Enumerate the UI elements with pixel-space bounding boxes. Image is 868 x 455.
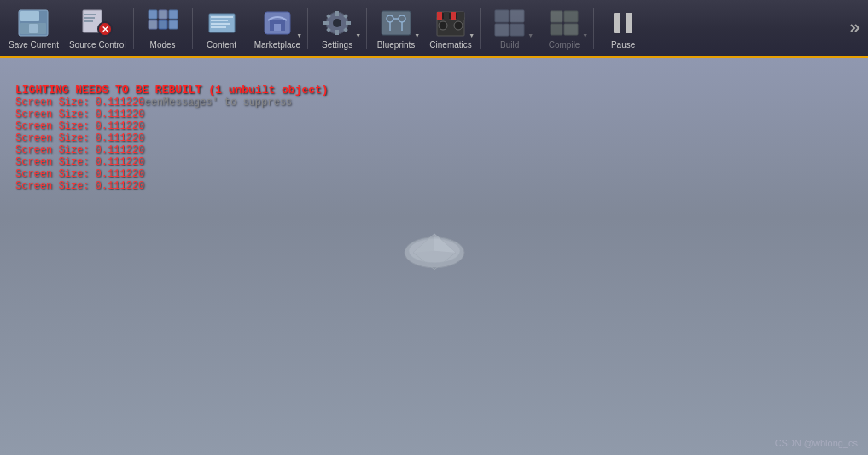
cinematics-button[interactable]: Cinematics	[423, 1, 478, 55]
content-button[interactable]: Content	[195, 1, 249, 55]
blueprints-label: Blueprints	[377, 40, 415, 50]
settings-button[interactable]: Settings	[310, 1, 364, 55]
svg-rect-3	[29, 24, 38, 33]
svg-rect-57	[626, 13, 632, 33]
cinematics-label: Cinematics	[429, 40, 471, 50]
svg-rect-27	[335, 30, 339, 35]
svg-rect-55	[564, 24, 578, 35]
sep-3	[307, 8, 308, 49]
svg-rect-42	[437, 12, 442, 20]
sep-2	[192, 8, 193, 49]
svg-rect-28	[323, 21, 329, 25]
blueprints-icon	[379, 8, 413, 38]
save-current-button[interactable]: Save Current	[3, 1, 64, 55]
settings-label: Settings	[322, 40, 352, 50]
svg-rect-56	[614, 13, 620, 33]
svg-rect-5	[84, 14, 96, 15]
svg-rect-18	[211, 20, 228, 21]
sep-4	[366, 8, 367, 49]
svg-rect-43	[444, 12, 449, 20]
viewport[interactable]: LIGHTING NEEDS TO BE REBUILT (1 unbuilt …	[0, 58, 868, 455]
pause-button[interactable]: Pause	[596, 1, 650, 55]
pause-icon	[606, 8, 640, 38]
svg-rect-29	[346, 21, 351, 25]
svg-rect-12	[169, 10, 178, 19]
content-icon	[205, 8, 239, 38]
svg-rect-48	[495, 10, 509, 22]
svg-rect-23	[274, 24, 281, 31]
screen-size-7: Screen Size: 0.111220	[15, 180, 329, 192]
more-toolbar-items-button[interactable]	[844, 1, 865, 55]
build-label: Build	[500, 40, 519, 50]
svg-point-25	[333, 19, 341, 27]
svg-rect-26	[335, 11, 339, 16]
lighting-warning: LIGHTING NEEDS TO BE REBUILT (1 unbuilt …	[15, 84, 329, 96]
svg-rect-49	[510, 10, 524, 22]
source-control-icon: ✕	[80, 8, 114, 38]
svg-rect-54	[551, 24, 562, 35]
save-icon	[16, 8, 50, 38]
modes-icon	[146, 8, 180, 38]
svg-rect-51	[510, 24, 524, 36]
source-control-button[interactable]: ✕ Source Control	[64, 1, 131, 55]
svg-point-47	[454, 21, 463, 30]
svg-rect-1	[20, 11, 39, 21]
blueprints-button[interactable]: Blueprints	[369, 1, 423, 55]
svg-rect-50	[495, 24, 509, 36]
svg-text:✕: ✕	[102, 25, 108, 34]
svg-rect-6	[84, 17, 95, 19]
watermark: CSDN @wblong_cs	[775, 438, 858, 448]
sep-1	[133, 8, 134, 49]
svg-rect-17	[211, 16, 233, 18]
compile-label: Compile	[549, 40, 580, 50]
screen-size-2: Screen Size: 0.111220	[15, 120, 329, 132]
screen-size-5: Screen Size: 0.111220	[15, 156, 329, 168]
modes-button[interactable]: Modes	[136, 1, 190, 55]
screen-size-4: Screen Size: 0.111220	[15, 144, 329, 156]
build-button[interactable]: Build	[482, 1, 537, 55]
svg-rect-19	[211, 23, 230, 25]
settings-icon	[320, 8, 354, 38]
content-label: Content	[207, 40, 236, 50]
cinematics-icon	[434, 8, 468, 38]
screen-size-0: Screen Size: 0.111220eenMessages' to sup…	[15, 96, 329, 108]
svg-rect-10	[149, 10, 157, 19]
save-current-label: Save Current	[9, 40, 59, 50]
svg-point-46	[439, 21, 447, 30]
svg-rect-45	[457, 12, 464, 20]
svg-rect-14	[159, 20, 167, 29]
pause-label: Pause	[611, 40, 635, 50]
svg-rect-53	[564, 11, 578, 22]
build-icon	[492, 8, 527, 38]
svg-rect-13	[149, 20, 157, 29]
marketplace-button[interactable]: Marketplace	[249, 1, 306, 55]
overlay-messages: LIGHTING NEEDS TO BE REBUILT (1 unbuilt …	[15, 84, 329, 192]
screen-size-3: Screen Size: 0.111220	[15, 132, 329, 144]
source-control-label: Source Control	[69, 40, 126, 50]
modes-label: Modes	[150, 40, 176, 50]
sep-5	[480, 8, 481, 49]
marketplace-label: Marketplace	[254, 40, 300, 50]
screen-size-1: Screen Size: 0.111220	[15, 108, 329, 120]
svg-rect-20	[211, 26, 226, 28]
svg-rect-34	[382, 11, 411, 35]
toolbar: Save Current ✕ Source Control	[0, 0, 868, 58]
compile-button[interactable]: Compile	[537, 1, 591, 55]
svg-rect-52	[551, 11, 562, 22]
screen-size-6: Screen Size: 0.111220	[15, 168, 329, 180]
svg-rect-15	[169, 20, 178, 29]
viewport-3d-object	[400, 226, 469, 281]
svg-rect-7	[84, 20, 93, 22]
svg-rect-44	[451, 12, 456, 20]
svg-rect-11	[159, 10, 167, 19]
compile-icon	[547, 8, 581, 38]
marketplace-icon	[260, 8, 294, 38]
sep-6	[593, 8, 594, 49]
